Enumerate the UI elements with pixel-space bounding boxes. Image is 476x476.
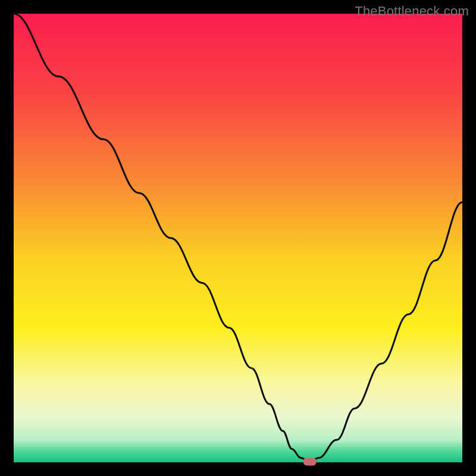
axis-bottom bbox=[0, 462, 476, 476]
axis-left bbox=[0, 0, 14, 476]
gradient-background bbox=[14, 14, 462, 462]
bottleneck-chart bbox=[0, 0, 476, 476]
watermark-text: TheBottleneck.com bbox=[355, 4, 469, 19]
optimum-marker bbox=[303, 458, 317, 466]
axis-right bbox=[462, 0, 476, 476]
chart-container: TheBottleneck.com bbox=[0, 0, 476, 476]
